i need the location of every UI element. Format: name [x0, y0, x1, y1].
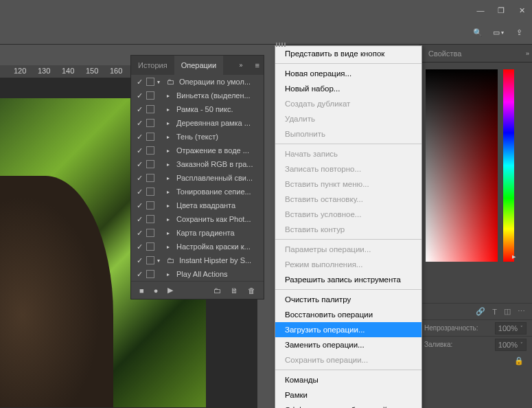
maximize-button[interactable]: ❐	[491, 0, 511, 21]
minimize-button[interactable]: —	[470, 0, 491, 21]
actions-menu-icon[interactable]: »	[234, 62, 247, 69]
fill-input[interactable]: 100%˅	[495, 339, 527, 351]
action-row[interactable]: ✓▸Заказной RGB в гра...	[131, 157, 264, 171]
expand-icon[interactable]: ▾	[157, 79, 164, 85]
expand-icon[interactable]: ▸	[167, 148, 174, 154]
action-row[interactable]: ✓▸Карта градиента	[131, 226, 264, 240]
action-row[interactable]: ✓▾🗀Операции по умол...	[131, 75, 264, 89]
check-icon[interactable]: ✓	[135, 174, 143, 183]
menu-item[interactable]: Очистить палитру	[275, 292, 421, 307]
action-row[interactable]: ✓▸Виньетка (выделен...	[131, 89, 264, 102]
dialog-toggle[interactable]	[146, 174, 154, 182]
menu-item[interactable]: Разрешить запись инструмента	[275, 272, 421, 287]
menu-item[interactable]: Новый набор...	[275, 81, 421, 96]
share-icon[interactable]: ⇪	[513, 26, 525, 38]
close-button[interactable]: ✕	[511, 0, 532, 21]
check-icon[interactable]: ✓	[135, 119, 143, 128]
expand-icon[interactable]: ▸	[167, 161, 174, 168]
hue-slider[interactable]	[503, 69, 514, 262]
tab-properties[interactable]: Свойства	[423, 47, 467, 60]
check-icon[interactable]: ✓	[135, 270, 143, 279]
dialog-toggle[interactable]	[146, 242, 154, 251]
search-icon[interactable]: 🔍	[472, 26, 484, 38]
dialog-toggle[interactable]	[146, 215, 154, 223]
tab-actions[interactable]: Операции	[174, 56, 223, 75]
dialog-toggle[interactable]	[146, 119, 154, 127]
dialog-toggle[interactable]	[146, 105, 154, 113]
expand-icon[interactable]: ▸	[167, 216, 174, 223]
dialog-toggle[interactable]	[146, 229, 154, 237]
check-icon[interactable]: ✓	[135, 105, 143, 114]
record-button[interactable]: ●	[154, 286, 159, 295]
link-icon[interactable]: 🔗	[476, 307, 485, 316]
trash-button[interactable]: 🗑	[248, 286, 255, 295]
screenmode-icon[interactable]: ▭▾	[492, 26, 505, 38]
lock-icon[interactable]: 🔒	[514, 356, 524, 365]
check-icon[interactable]: ✓	[135, 160, 143, 169]
tab-history[interactable]: История	[131, 56, 174, 75]
actions-flyout-menu: Представить в виде кнопокНовая операция.…	[275, 45, 422, 408]
expand-icon[interactable]: ▸	[167, 93, 174, 99]
check-icon[interactable]: ✓	[135, 256, 143, 265]
action-row[interactable]: ✓▸Тонирование сепие...	[131, 185, 264, 199]
dialog-toggle[interactable]	[146, 188, 154, 196]
check-icon[interactable]: ✓	[135, 201, 143, 210]
expand-icon[interactable]: ▸	[167, 134, 174, 140]
type-icon[interactable]: T	[492, 308, 497, 316]
expand-icon[interactable]: ▸	[167, 106, 174, 113]
dialog-toggle[interactable]	[146, 91, 154, 100]
action-row[interactable]: ✓▸Тень (текст)	[131, 130, 264, 144]
menu-item[interactable]: Эффекты для изображений	[275, 403, 421, 408]
action-row[interactable]: ✓▸Деревянная рамка ...	[131, 116, 264, 130]
check-icon[interactable]: ✓	[135, 78, 143, 87]
action-row[interactable]: ✓▸Расплавленный сви...	[131, 171, 264, 185]
menu-item[interactable]: Команды	[275, 372, 421, 387]
check-icon[interactable]: ✓	[135, 229, 143, 238]
check-icon[interactable]: ✓	[135, 91, 143, 100]
action-row[interactable]: ✓▸Play All Actions	[131, 267, 264, 281]
play-button[interactable]: ▶	[167, 286, 173, 295]
more-icon[interactable]: ⋯	[518, 307, 525, 316]
expand-icon[interactable]: ▸	[167, 120, 174, 126]
action-row[interactable]: ✓▸Цвета квадранта	[131, 199, 264, 212]
expand-icon[interactable]: ▸	[167, 203, 174, 209]
expand-icon[interactable]: ▾	[157, 258, 164, 264]
action-row[interactable]: ✓▸Настройка краски к...	[131, 240, 264, 253]
new-action-button[interactable]: 🗎	[231, 286, 238, 295]
menu-item[interactable]: Новая операция...	[275, 66, 421, 81]
expand-icon[interactable]: ▸	[167, 230, 174, 236]
new-set-button[interactable]: 🗀	[213, 286, 221, 295]
check-icon[interactable]: ✓	[135, 133, 143, 141]
expand-icon[interactable]: ▸	[167, 189, 174, 195]
action-row[interactable]: ✓▸Рамка - 50 пикс.	[131, 102, 264, 116]
dialog-toggle[interactable]	[146, 146, 154, 155]
expand-icon[interactable]: ▸	[167, 271, 174, 277]
dialog-toggle[interactable]	[146, 270, 154, 278]
dialog-toggle[interactable]	[146, 256, 154, 264]
check-icon[interactable]: ✓	[135, 188, 143, 196]
stop-button[interactable]: ■	[139, 286, 144, 295]
dialog-toggle[interactable]	[146, 160, 154, 168]
check-icon[interactable]: ✓	[135, 215, 143, 224]
expand-icon[interactable]: ▸	[167, 244, 174, 250]
action-row[interactable]: ✓▸Сохранить как Phot...	[131, 212, 264, 226]
menu-item[interactable]: Представить в виде кнопок	[275, 46, 421, 61]
menu-item[interactable]: Загрузить операции...	[275, 322, 421, 337]
action-row[interactable]: ✓▾🗀Instant Hipster by S...	[131, 253, 264, 267]
expand-icon[interactable]: ▸	[167, 175, 174, 181]
check-icon[interactable]: ✓	[135, 146, 143, 155]
dialog-toggle[interactable]	[146, 201, 154, 209]
menu-item[interactable]: Восстановить операции	[275, 307, 421, 322]
panel-menu-button[interactable]: ≡	[251, 61, 264, 69]
dialog-toggle[interactable]	[146, 133, 154, 141]
panel-menu-icon[interactable]: »	[526, 50, 528, 57]
action-row[interactable]: ✓▸Отражение в воде ...	[131, 144, 264, 157]
color-picker[interactable]	[426, 69, 498, 262]
dialog-toggle[interactable]	[146, 78, 154, 86]
ruler-tick: 140	[62, 67, 74, 75]
menu-item[interactable]: Заменить операции...	[275, 337, 421, 352]
crop-icon[interactable]: ◫	[504, 307, 511, 316]
check-icon[interactable]: ✓	[135, 242, 143, 251]
opacity-input[interactable]: 100%˅	[495, 322, 527, 335]
menu-item[interactable]: Рамки	[275, 387, 421, 403]
